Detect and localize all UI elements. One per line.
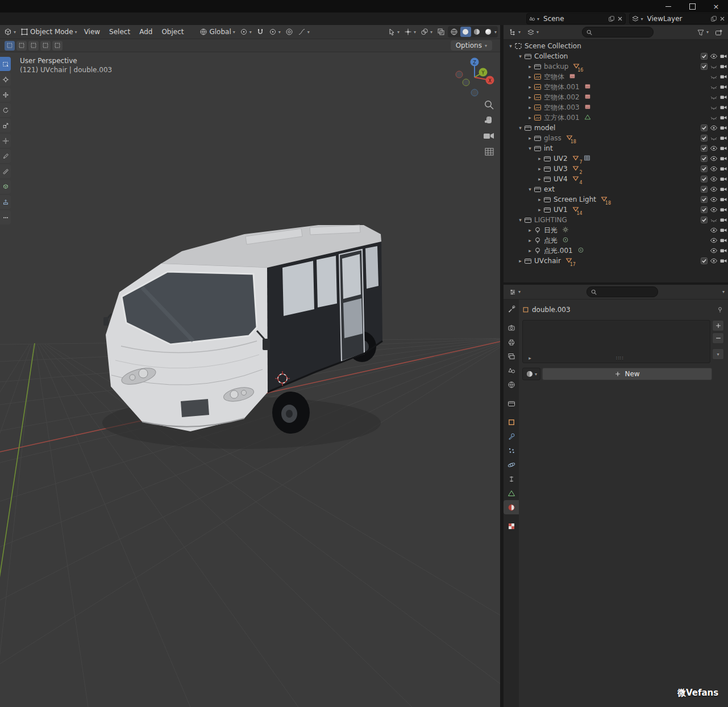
properties-editor-type-button[interactable]: ▾ [507,287,522,297]
properties-options-dropdown[interactable]: ▾ [722,289,725,294]
axis-neg-z-ball[interactable] [471,89,478,96]
properties-tab-world[interactable] [504,377,519,392]
outliner-row[interactable]: ▾model [504,123,728,133]
mode-selector[interactable]: Object Mode▾ [19,27,79,37]
properties-tab-texture[interactable] [504,519,519,533]
orientation-selector[interactable]: Global▾ [198,27,236,37]
select-mode-subtract[interactable] [28,41,39,51]
shading-rendered-button[interactable] [483,27,494,37]
disable-render-toggle[interactable] [718,226,728,234]
outliner-row[interactable]: ▸空物体.001 [504,82,728,92]
exclude-checkbox[interactable] [699,63,709,70]
collapse-arrow[interactable]: ▾ [517,125,524,131]
hide-viewport-toggle[interactable] [709,165,718,173]
hide-viewport-toggle[interactable] [709,155,718,163]
hide-viewport-toggle[interactable] [709,247,718,255]
bus-model[interactable] [102,225,382,449]
hide-viewport-toggle[interactable] [709,93,718,101]
hide-viewport-toggle[interactable] [709,175,718,183]
hide-viewport-toggle[interactable] [709,83,718,91]
hide-viewport-toggle[interactable] [709,114,718,122]
disable-render-toggle[interactable] [718,236,728,244]
perspective-toggle-button[interactable] [485,148,493,155]
shading-material-button[interactable] [472,27,482,37]
expand-arrow[interactable]: ▸ [517,258,524,264]
exclude-checkbox[interactable] [699,124,709,132]
outliner-row[interactable]: ▸点光 [504,235,728,246]
tool-misc[interactable] [0,210,11,224]
hide-viewport-toggle[interactable] [709,236,718,244]
close-button[interactable]: × [704,0,728,13]
tool-scale[interactable] [0,118,11,132]
expand-arrow[interactable]: ▸ [526,105,534,110]
hide-viewport-toggle[interactable] [709,134,718,142]
exclude-checkbox[interactable] [699,206,709,214]
outliner-row[interactable]: ▸UV32 [504,164,728,174]
snap-settings[interactable]: ▾ [267,27,282,37]
disable-render-toggle[interactable] [718,93,728,101]
outliner-row[interactable]: ▸点光.001 [504,246,728,256]
properties-tab-render[interactable] [504,321,519,335]
tool-cursor[interactable] [0,72,11,86]
resize-grip[interactable]: ∷∷ [534,355,706,361]
properties-search-input[interactable] [586,286,658,297]
outliner-row[interactable]: ▸backup16 [504,61,728,72]
disable-render-toggle[interactable] [718,134,728,142]
overlays-dropdown[interactable]: ▾ [419,27,434,37]
exclude-checkbox[interactable] [699,257,709,265]
outliner-row[interactable]: ▸空物体.003 [504,102,728,113]
disable-render-toggle[interactable] [718,144,728,152]
shading-wireframe-button[interactable] [449,27,460,37]
expand-arrow[interactable]: ▸ [526,84,534,90]
viewport-canvas[interactable]: Z Y X [0,52,500,707]
collapse-arrow[interactable]: ▾ [526,145,534,151]
outliner-row[interactable]: ▸glass18 [504,133,728,143]
hide-viewport-toggle[interactable] [709,52,718,60]
disable-render-toggle[interactable] [718,196,728,203]
properties-tab-output[interactable] [504,335,519,349]
slot-specials-dropdown[interactable]: ▾ [712,348,724,360]
expand-arrow[interactable]: ▸ [526,115,534,120]
new-scene-button[interactable] [608,15,615,22]
expand-arrow[interactable]: ▸ [536,176,543,182]
disable-render-toggle[interactable] [718,216,728,224]
exclude-checkbox[interactable] [699,216,709,224]
disable-render-toggle[interactable] [718,206,728,214]
minimize-button[interactable] [656,0,680,13]
outliner-row[interactable]: ▸UV27 [504,153,728,164]
expand-arrow[interactable]: ▸ [526,64,534,69]
hide-viewport-toggle[interactable] [709,73,718,81]
properties-tab-object[interactable] [504,415,519,429]
pin-icon[interactable] [717,306,723,313]
disable-render-toggle[interactable] [718,63,728,70]
proportional-editing-toggle[interactable] [284,27,295,37]
tool-annotate[interactable] [0,149,11,163]
tool-select-box[interactable] [0,57,11,71]
breadcrumb-object-name[interactable]: double.003 [532,306,571,314]
expand-arrow[interactable]: ▸ [536,166,543,172]
tool-move[interactable] [0,88,11,102]
3d-viewport[interactable]: ▾ Object Mode▾ View Select Add Object Gl… [0,25,500,707]
axis-neg-x-ball[interactable] [456,71,463,78]
expand-arrow[interactable]: ▸ [526,227,534,233]
exclude-checkbox[interactable] [699,175,709,183]
properties-tab-data[interactable] [504,486,519,500]
tool-measure[interactable] [0,164,11,178]
properties-tab-particles[interactable] [504,443,519,458]
outliner-row[interactable]: ▾LIGHTING [504,215,728,225]
outliner-editor-type-button[interactable]: ▾ [507,27,522,38]
disable-render-toggle[interactable] [718,257,728,265]
collapse-arrow[interactable]: ▾ [517,53,524,59]
outliner-row[interactable]: ▸空物体.002 [504,92,728,102]
disable-render-toggle[interactable] [718,73,728,81]
properties-tab-collection[interactable] [504,396,519,410]
outliner-row[interactable]: ▸立方体.001 [504,113,728,123]
disable-render-toggle[interactable] [718,124,728,132]
remove-viewlayer-button[interactable] [719,15,726,22]
hide-viewport-toggle[interactable] [709,216,718,224]
expand-arrow[interactable]: ▸ [536,207,543,213]
disable-render-toggle[interactable] [718,165,728,173]
outliner-row[interactable]: ▸空物体 [504,72,728,82]
axis-neg-y-ball[interactable] [463,79,469,86]
hide-viewport-toggle[interactable] [709,185,718,193]
